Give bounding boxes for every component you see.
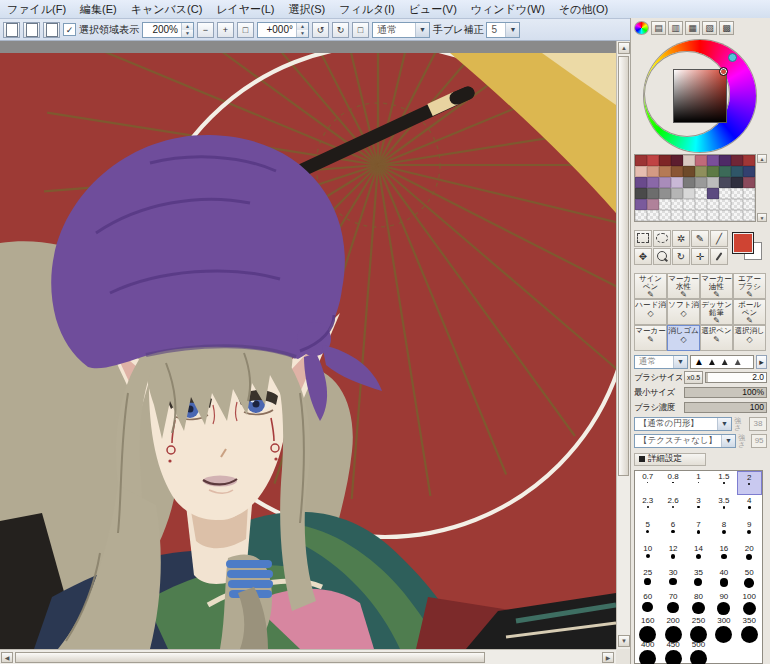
zoom-reset-button[interactable]: □ xyxy=(237,22,254,38)
brush-size-25[interactable]: 25 xyxy=(635,567,660,591)
swatch-7[interactable] xyxy=(719,155,731,166)
horizontal-scroll-thumb[interactable] xyxy=(15,652,485,663)
swatch-10[interactable] xyxy=(635,166,647,177)
zoom-in-button[interactable]: + xyxy=(217,22,234,38)
brush-size-1[interactable]: 1 xyxy=(686,471,711,495)
swatch-39[interactable] xyxy=(743,188,755,199)
swatch-23[interactable] xyxy=(671,177,683,188)
swatch-54[interactable] xyxy=(683,210,695,221)
tool-marker-oil[interactable]: マーカー油性✎ xyxy=(700,273,733,299)
zoom-spinbox[interactable]: 200% ▲▼ xyxy=(142,22,194,38)
menu-item-2[interactable]: キャンバス(C) xyxy=(124,1,210,18)
brush-size-0.7[interactable]: 0.7 xyxy=(635,471,660,495)
brush-size-1.5[interactable]: 1.5 xyxy=(711,471,736,495)
brush-size-400[interactable]: 400 xyxy=(635,639,660,663)
swatch-40[interactable] xyxy=(635,199,647,210)
swatch-17[interactable] xyxy=(719,166,731,177)
brush-size-70[interactable]: 70 xyxy=(660,591,685,615)
pen-cursor-tool[interactable]: ✎ xyxy=(691,230,709,247)
open-canvas-button[interactable] xyxy=(23,22,40,38)
brush-size-3[interactable]: 3 xyxy=(686,495,711,519)
swatch-31[interactable] xyxy=(647,188,659,199)
brush-tip-option-1[interactable]: ▲ xyxy=(694,356,704,368)
mixer-tab-icon[interactable]: ▩ xyxy=(719,21,734,35)
tool-eraser[interactable]: 消しゴム◇ xyxy=(667,325,700,351)
swatch-44[interactable] xyxy=(683,199,695,210)
hsv-sliders-tab-icon[interactable]: ▥ xyxy=(668,21,683,35)
brush-size-7[interactable]: 7 xyxy=(686,519,711,543)
menu-item-7[interactable]: ウィンドウ(W) xyxy=(464,1,552,18)
brush-size-90[interactable]: 90 xyxy=(711,591,736,615)
zoom-tool[interactable] xyxy=(653,248,671,265)
swatch-56[interactable] xyxy=(707,210,719,221)
swatch-25[interactable] xyxy=(695,177,707,188)
swatch-8[interactable] xyxy=(731,155,743,166)
brush-size-3.5[interactable]: 3.5 xyxy=(711,495,736,519)
swatch-32[interactable] xyxy=(659,188,671,199)
lasso-tool[interactable] xyxy=(653,230,671,247)
swatch-21[interactable] xyxy=(647,177,659,188)
brush-size-12[interactable]: 12 xyxy=(660,543,685,567)
swatch-20[interactable] xyxy=(635,177,647,188)
spin-up-icon[interactable]: ▲ xyxy=(297,23,308,30)
swatch-9[interactable] xyxy=(743,155,755,166)
rect-select-tool[interactable] xyxy=(634,230,652,247)
swatch-18[interactable] xyxy=(731,166,743,177)
tool-airbrush[interactable]: エアーブラシ✎ xyxy=(733,273,766,299)
size-unit-button[interactable]: x0.5 xyxy=(684,371,703,384)
tool-select-pen[interactable]: 選択ペン✎ xyxy=(700,325,733,351)
brush-size-16[interactable]: 16 xyxy=(711,543,736,567)
rotation-spinner[interactable]: ▲▼ xyxy=(296,23,308,37)
eyedropper-tool[interactable] xyxy=(710,248,728,265)
brush-size-80[interactable]: 80 xyxy=(686,591,711,615)
swatch-scroll-up[interactable]: ▲ xyxy=(757,154,767,163)
rgb-sliders-tab-icon[interactable]: ▤ xyxy=(651,21,666,35)
swatch-19[interactable] xyxy=(743,166,755,177)
swatch-30[interactable] xyxy=(635,188,647,199)
horizontal-scrollbar[interactable]: ◀ ▶ xyxy=(0,649,616,664)
hand-tool[interactable]: ✛ xyxy=(691,248,709,265)
swatch-41[interactable] xyxy=(647,199,659,210)
brush-tip-option-2[interactable]: ▲ xyxy=(707,356,717,368)
swatch-15[interactable] xyxy=(695,166,707,177)
line-tool[interactable]: ╱ xyxy=(710,230,728,247)
tool-marker[interactable]: マーカー✎ xyxy=(634,325,667,351)
brush-tip-more-button[interactable]: ▸ xyxy=(756,355,767,369)
sv-square[interactable] xyxy=(673,69,727,123)
swatch-43[interactable] xyxy=(671,199,683,210)
canvas-area[interactable]: ▲ ▼ ◀ ▶ xyxy=(0,41,630,664)
spin-up-icon[interactable]: ▲ xyxy=(182,23,193,30)
canvas-artwork[interactable] xyxy=(0,53,616,649)
save-canvas-button[interactable] xyxy=(43,22,60,38)
brush-size-slider[interactable]: 2.0 xyxy=(705,372,767,383)
brush-size-14[interactable]: 14 xyxy=(686,543,711,567)
swatch-50[interactable] xyxy=(635,210,647,221)
brush-size-9[interactable]: 9 xyxy=(737,519,762,543)
swatch-51[interactable] xyxy=(647,210,659,221)
tool-hard-eraser[interactable]: ハード消◇ xyxy=(634,299,667,325)
vertical-scroll-thumb[interactable] xyxy=(618,56,629,476)
min-size-slider[interactable]: 100% xyxy=(684,387,767,398)
density-slider[interactable]: 100 xyxy=(684,402,767,413)
swatch-38[interactable] xyxy=(731,188,743,199)
swatch-57[interactable] xyxy=(719,210,731,221)
swatch-3[interactable] xyxy=(671,155,683,166)
zoom-out-button[interactable]: − xyxy=(197,22,214,38)
swatch-2[interactable] xyxy=(659,155,671,166)
swatch-29[interactable] xyxy=(743,177,755,188)
menu-item-5[interactable]: フィルタ(I) xyxy=(332,1,401,18)
swatch-46[interactable] xyxy=(707,199,719,210)
swatch-11[interactable] xyxy=(647,166,659,177)
brush-size-60[interactable]: 60 xyxy=(635,591,660,615)
swatch-42[interactable] xyxy=(659,199,671,210)
tool-sketch-pencil[interactable]: デッサン鉛筆✎ xyxy=(700,299,733,325)
brush-size-2.6[interactable]: 2.6 xyxy=(660,495,685,519)
brush-size-4[interactable]: 4 xyxy=(737,495,762,519)
brush-size-6[interactable]: 6 xyxy=(660,519,685,543)
swatches-tab-icon[interactable]: ▦ xyxy=(685,21,700,35)
brush-size-450[interactable]: 450 xyxy=(660,639,685,663)
swatch-28[interactable] xyxy=(731,177,743,188)
swatch-13[interactable] xyxy=(671,166,683,177)
menu-item-0[interactable]: ファイル(F) xyxy=(0,1,73,18)
rotate-view-tool[interactable]: ↻ xyxy=(672,248,690,265)
